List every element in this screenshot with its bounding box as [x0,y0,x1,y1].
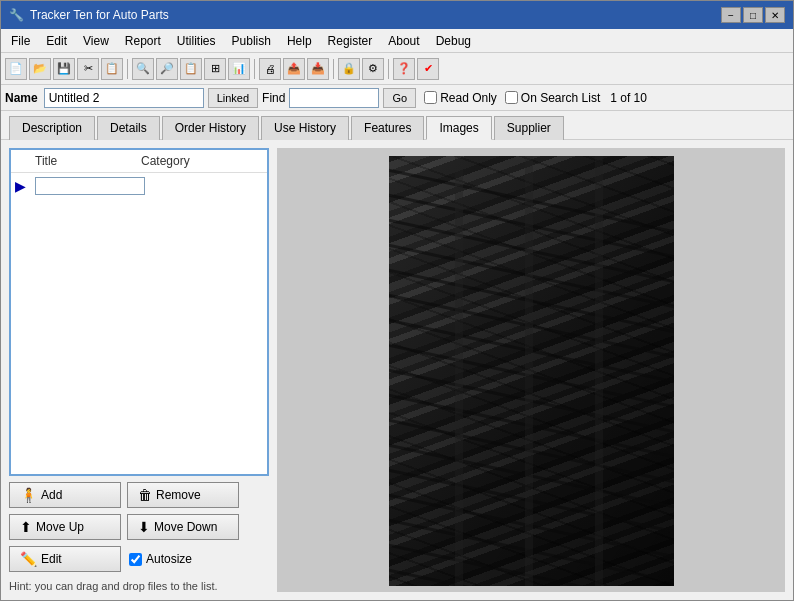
tab-description[interactable]: Description [9,116,95,140]
tire-image [389,156,674,586]
toolbar-sep3 [333,59,334,79]
toolbar-open[interactable]: 📂 [29,58,51,80]
move-down-button[interactable]: ⬇ Move Down [127,514,239,540]
move-down-label: Move Down [154,520,217,534]
edit-button[interactable]: ✏️ Edit [9,546,121,572]
col-title-header: Title [11,154,141,168]
toolbar-print[interactable]: 🖨 [259,58,281,80]
tire-svg [389,156,674,586]
tab-order-history[interactable]: Order History [162,116,259,140]
linked-button[interactable]: Linked [208,88,258,108]
on-search-list-group: On Search List [505,91,600,105]
menu-file[interactable]: File [5,32,36,50]
autosize-row: ✏️ Edit Autosize [9,546,269,572]
tab-images[interactable]: Images [426,116,491,140]
add-icon: 🧍 [20,487,37,503]
move-up-icon: ⬆ [20,519,32,535]
hint-text: Hint: you can drag and drop files to the… [9,580,269,592]
row-arrow-icon: ▶ [15,178,31,194]
edit-label: Edit [41,552,62,566]
image-list-container: Title Category ▶ [9,148,269,476]
remove-icon: 🗑 [138,487,152,503]
move-up-label: Move Up [36,520,84,534]
on-search-list-label: On Search List [521,91,600,105]
toolbar-export[interactable]: 📤 [283,58,305,80]
action-buttons-row2: ⬆ Move Up ⬇ Move Down [9,514,269,540]
autosize-checkbox[interactable] [129,553,142,566]
read-only-group: Read Only [424,91,497,105]
title-bar-title: 🔧 Tracker Ten for Auto Parts [9,8,169,22]
move-up-button[interactable]: ⬆ Move Up [9,514,121,540]
menu-about[interactable]: About [382,32,425,50]
read-only-checkbox[interactable] [424,91,437,104]
row-title-input[interactable] [35,177,145,195]
title-bar-controls: − □ ✕ [721,7,785,23]
toolbar-list[interactable]: 📋 [180,58,202,80]
toolbar-check[interactable]: ✔ [417,58,439,80]
app-title: Tracker Ten for Auto Parts [30,8,169,22]
maximize-button[interactable]: □ [743,7,763,23]
name-bar: Name Linked Find Go Read Only On Search … [1,85,793,111]
toolbar-save[interactable]: 💾 [53,58,75,80]
move-down-icon: ⬇ [138,519,150,535]
remove-button[interactable]: 🗑 Remove [127,482,239,508]
toolbar: 📄 📂 💾 ✂ 📋 🔍 🔎 📋 ⊞ 📊 🖨 📤 📥 🔒 ⚙ ❓ ✔ [1,53,793,85]
toolbar-lock[interactable]: 🔒 [338,58,360,80]
image-list-header: Title Category [11,150,267,173]
col-category-header: Category [141,154,267,168]
toolbar-help[interactable]: ❓ [393,58,415,80]
tab-details[interactable]: Details [97,116,160,140]
menu-utilities[interactable]: Utilities [171,32,222,50]
toolbar-sep1 [127,59,128,79]
toolbar-copy[interactable]: 📋 [101,58,123,80]
find-label: Find [262,91,285,105]
toolbar-report[interactable]: 📊 [228,58,250,80]
toolbar-cut[interactable]: ✂ [77,58,99,80]
left-panel: Title Category ▶ 🧍 Add 🗑 [9,148,269,592]
toolbar-grid[interactable]: ⊞ [204,58,226,80]
list-row-1: ▶ [15,177,263,195]
autosize-label: Autosize [146,552,192,566]
toolbar-search[interactable]: 🔍 [132,58,154,80]
minimize-button[interactable]: − [721,7,741,23]
name-label: Name [5,91,38,105]
menu-debug[interactable]: Debug [430,32,477,50]
action-buttons-row1: 🧍 Add 🗑 Remove [9,482,269,508]
read-only-label: Read Only [440,91,497,105]
tabs-bar: Description Details Order History Use Hi… [1,111,793,140]
toolbar-filter[interactable]: 🔎 [156,58,178,80]
toolbar-settings[interactable]: ⚙ [362,58,384,80]
toolbar-new[interactable]: 📄 [5,58,27,80]
main-window: 🔧 Tracker Ten for Auto Parts − □ ✕ File … [0,0,794,601]
remove-label: Remove [156,488,201,502]
menu-bar: File Edit View Report Utilities Publish … [1,29,793,53]
tab-use-history[interactable]: Use History [261,116,349,140]
menu-publish[interactable]: Publish [226,32,277,50]
add-label: Add [41,488,62,502]
tab-features[interactable]: Features [351,116,424,140]
find-input[interactable] [289,88,379,108]
tab-supplier[interactable]: Supplier [494,116,564,140]
page-indicator: 1 of 10 [610,91,647,105]
tire-tread [389,156,674,586]
menu-report[interactable]: Report [119,32,167,50]
name-input[interactable] [44,88,204,108]
right-panel [277,148,785,592]
add-button[interactable]: 🧍 Add [9,482,121,508]
title-bar: 🔧 Tracker Ten for Auto Parts − □ ✕ [1,1,793,29]
edit-icon: ✏️ [20,551,37,567]
toolbar-sep4 [388,59,389,79]
menu-edit[interactable]: Edit [40,32,73,50]
on-search-list-checkbox[interactable] [505,91,518,104]
menu-view[interactable]: View [77,32,115,50]
image-list-body[interactable]: ▶ [11,173,267,474]
toolbar-import[interactable]: 📥 [307,58,329,80]
menu-register[interactable]: Register [322,32,379,50]
toolbar-sep2 [254,59,255,79]
menu-help[interactable]: Help [281,32,318,50]
app-icon: 🔧 [9,8,24,22]
close-button[interactable]: ✕ [765,7,785,23]
go-button[interactable]: Go [383,88,416,108]
content-area: Title Category ▶ 🧍 Add 🗑 [1,140,793,600]
